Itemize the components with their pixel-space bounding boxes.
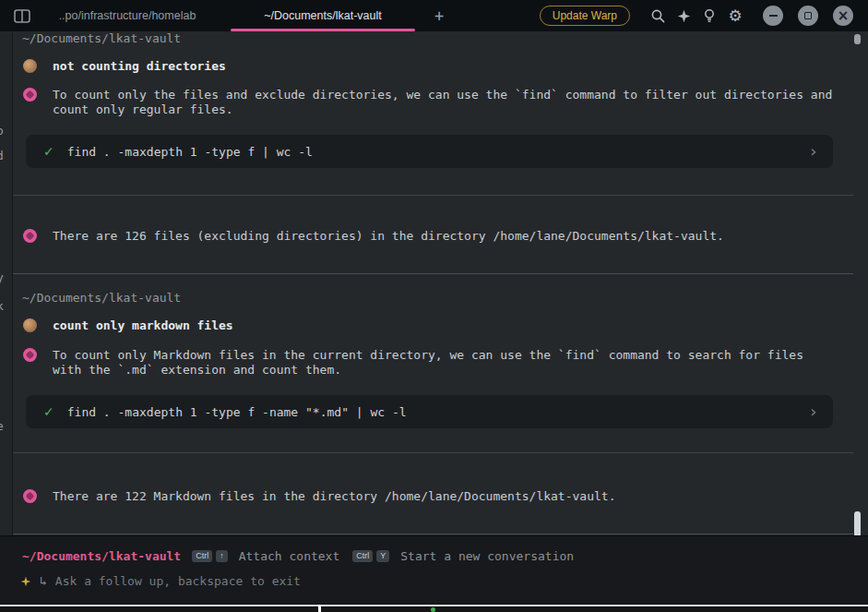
clipped-text-fragment: k: [0, 299, 4, 313]
clipped-text-fragment: o: [0, 124, 4, 138]
scrollbar[interactable]: [854, 31, 861, 535]
new-tab-button[interactable]: +: [430, 6, 448, 25]
chevron-right-icon[interactable]: ›: [808, 403, 818, 420]
ai-response: To count only the files and exclude dire…: [53, 88, 835, 117]
gear-glyph: ⚙: [728, 8, 742, 24]
settings-gear-icon[interactable]: ⚙: [722, 3, 748, 29]
attach-context-action[interactable]: Attach context: [239, 549, 340, 563]
check-icon: ✓: [43, 144, 54, 159]
followup-input[interactable]: ↳ Ask a follow up, backspace to exit: [0, 574, 301, 588]
clipped-text-fragment: e: [0, 419, 4, 433]
ai-sparkle-icon[interactable]: [671, 3, 696, 29]
user-query: count only markdown files: [53, 318, 853, 332]
left-pane-edge: o d y k e: [0, 31, 13, 535]
ai-result-row: There are 122 Markdown files in the dire…: [13, 489, 853, 504]
ai-response-row: To count only the files and exclude dire…: [13, 88, 853, 117]
block-path: ~/Documents/lkat-vault: [13, 31, 853, 45]
check-icon: ✓: [43, 404, 54, 419]
maximize-icon: [804, 12, 812, 19]
block-divider: [13, 534, 853, 534]
command-text: find . -maxdepth 1 -type f -name "*.md" …: [67, 405, 407, 419]
sparkle-prompt-icon: [20, 576, 31, 587]
chevron-right-icon[interactable]: ›: [808, 143, 818, 160]
ai-avatar: [23, 489, 37, 503]
current-path: ~/Documents/lkat-vault: [22, 549, 181, 563]
input-placeholder: Ask a follow up, backspace to exit: [55, 574, 301, 588]
ai-avatar: [23, 348, 37, 362]
input-panel: ~/Documents/lkat-vault Ctrl ↑ Attach con…: [0, 535, 868, 605]
ctrl-key-badge: Ctrl: [352, 550, 373, 562]
user-query: not counting directories: [53, 59, 853, 73]
clipped-text-fragment: y: [0, 270, 4, 284]
tab-homelab[interactable]: ..po/infrastructure/homelab: [44, 0, 210, 31]
minimize-button[interactable]: [763, 6, 783, 26]
lightbulb-icon[interactable]: [696, 3, 722, 29]
divider: [13, 195, 853, 196]
ai-avatar: [23, 88, 37, 102]
tab-lkat-vault[interactable]: ~/Documents/lkat-vault: [231, 0, 415, 31]
split-pane-glyph: [14, 9, 30, 23]
green-indicator-dot: [431, 607, 435, 612]
divider: [13, 452, 853, 453]
ai-result-row: There are 126 files (excluding directori…: [13, 229, 853, 244]
ai-response: To count only Markdown files in the curr…: [53, 348, 835, 378]
new-conversation-action[interactable]: Start a new conversation: [400, 549, 574, 563]
tab-lkat-vault-label: ~/Documents/lkat-vault: [264, 9, 381, 22]
arrow-branch-icon: ↳: [40, 574, 47, 588]
ai-avatar: [23, 229, 37, 243]
maximize-button[interactable]: [798, 6, 818, 26]
block-path: ~/Documents/lkat-vault: [13, 291, 853, 305]
split-pane-icon[interactable]: [0, 9, 44, 23]
block-divider: [13, 273, 853, 274]
close-icon: ×: [838, 9, 850, 23]
clipped-text-fragment: d: [0, 149, 4, 162]
command-block[interactable]: ✓ find . -maxdepth 1 -type f -name "*.md…: [26, 395, 833, 428]
ai-result: There are 126 files (excluding directori…: [53, 229, 835, 244]
search-icon[interactable]: [645, 3, 671, 29]
ctrl-key-badge: Ctrl: [192, 550, 212, 562]
user-avatar: [23, 318, 37, 332]
y-key-badge: Y: [376, 550, 389, 562]
command-text: find . -maxdepth 1 -type f | wc -l: [67, 145, 313, 159]
command-block[interactable]: ✓ find . -maxdepth 1 -type f | wc -l ›: [26, 135, 833, 168]
tab-homelab-label: ..po/infrastructure/homelab: [59, 9, 196, 22]
warp-window: ..po/infrastructure/homelab ~/Documents/…: [0, 0, 868, 612]
minimize-icon: [769, 15, 778, 17]
input-header-row: ~/Documents/lkat-vault Ctrl ↑ Attach con…: [0, 549, 868, 563]
ai-result: There are 122 Markdown files in the dire…: [53, 489, 835, 504]
close-button[interactable]: ×: [833, 6, 853, 26]
update-warp-button[interactable]: Update Warp: [540, 6, 630, 26]
arrow-up-key-badge: ↑: [216, 550, 228, 562]
ai-response-row: To count only Markdown files in the curr…: [13, 348, 853, 378]
user-query-row: count only markdown files: [13, 318, 853, 332]
titlebar: ..po/infrastructure/homelab ~/Documents/…: [0, 0, 868, 31]
scrollbar-marker[interactable]: [854, 34, 861, 44]
conversation-area: ~/Documents/lkat-vault not counting dire…: [13, 31, 868, 535]
window-below-edge: [0, 605, 868, 612]
window-below-highlight: [318, 605, 321, 612]
user-avatar: [23, 59, 37, 73]
user-query-row: not counting directories: [13, 59, 853, 73]
